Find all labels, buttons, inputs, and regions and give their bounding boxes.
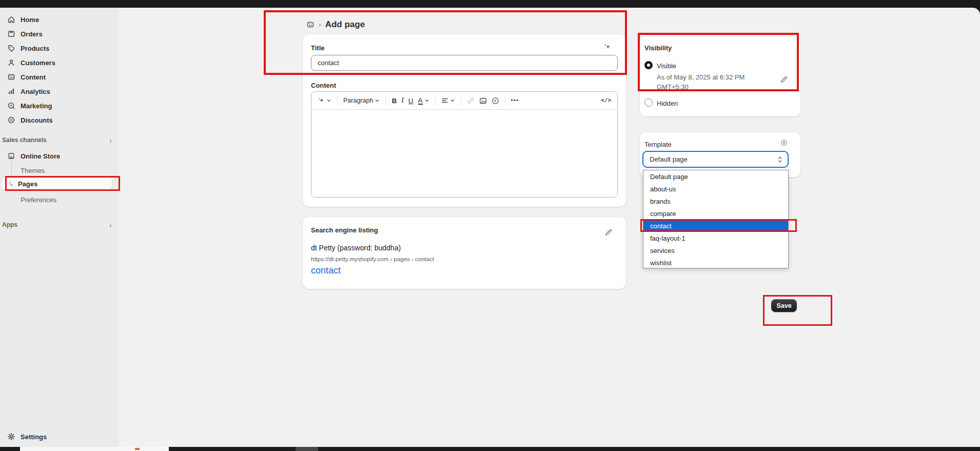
template-option-about-us[interactable]: about-us <box>643 183 788 195</box>
sidebar-item-label: Discounts <box>21 116 53 124</box>
template-option-brands[interactable]: brands <box>643 195 788 207</box>
sidebar-item-discounts[interactable]: Discounts <box>0 113 119 127</box>
gear-icon <box>7 433 15 441</box>
title-field-label: Title <box>311 44 325 52</box>
insert-image-button[interactable] <box>479 97 487 105</box>
template-option-faq-layout-1[interactable]: faq-layout-1 <box>643 232 788 244</box>
products-icon <box>7 44 15 52</box>
sidebar-item-themes[interactable]: Themes <box>0 164 119 177</box>
alignment-button[interactable] <box>441 97 455 104</box>
template-heading: Template <box>644 141 672 148</box>
visibility-card: Visibility Visible As of May 8, 2025 at … <box>640 36 800 116</box>
bold-button[interactable]: B <box>391 97 397 105</box>
sales-channels-label: Sales channels <box>2 136 47 144</box>
sidebar-item-marketing[interactable]: Marketing <box>0 99 119 113</box>
sales-channels-header[interactable]: Sales channels › <box>2 136 112 144</box>
sidebar-item-orders[interactable]: Orders <box>0 27 119 41</box>
more-options-button[interactable]: ••• <box>511 97 519 104</box>
seo-url: https://dt-petty.myshopify.com › pages ›… <box>311 256 434 262</box>
magic-sparkle-icon[interactable] <box>603 43 612 51</box>
sidebar-item-label: Home <box>21 16 39 24</box>
align-left-icon <box>441 97 448 104</box>
template-option-wishlist[interactable]: wishlist <box>643 257 788 269</box>
template-selected-value: Default page <box>650 155 688 163</box>
app-frame: Home Orders Products Customers Content <box>0 8 980 447</box>
insert-video-button[interactable] <box>492 97 499 105</box>
breadcrumb-separator: › <box>319 21 321 29</box>
sidebar-item-preferences[interactable]: Preferences <box>0 193 119 206</box>
settings-label: Settings <box>21 433 47 441</box>
template-option-services[interactable]: services <box>643 244 788 257</box>
toolbar-divider <box>435 95 436 106</box>
sidebar-item-label: Content <box>21 73 46 81</box>
play-circle-icon <box>492 97 499 105</box>
template-option-default-page[interactable]: Default page <box>643 170 788 183</box>
template-option-contact[interactable]: contact <box>643 220 788 232</box>
discounts-icon <box>7 116 15 124</box>
visible-radio[interactable] <box>644 61 653 69</box>
select-updown-icon <box>777 156 782 163</box>
taskbar-orange-mark <box>135 448 140 450</box>
title-content-card: Title Content Paragraph B <box>303 34 626 207</box>
elbow-arrow-icon: ↳ <box>8 180 14 188</box>
view-target-icon[interactable] <box>780 139 788 147</box>
hidden-radio[interactable] <box>644 99 653 107</box>
pages-breadcrumb-icon[interactable] <box>306 21 315 29</box>
sidebar-item-label: Products <box>21 45 49 52</box>
sidebar-item-content[interactable]: Content <box>0 70 119 84</box>
link-button[interactable] <box>467 97 475 105</box>
edit-pencil-icon[interactable] <box>604 228 613 237</box>
visibility-schedule-line1: As of May 8, 2025 at 6:32 PM <box>657 73 744 81</box>
editor-body[interactable] <box>311 110 617 198</box>
edit-pencil-icon[interactable] <box>780 75 788 84</box>
toolbar-divider <box>385 95 386 106</box>
sidebar-item-label: Orders <box>21 30 43 38</box>
home-icon <box>7 15 15 24</box>
sidebar-nav: Home Orders Products Customers Content <box>0 12 119 127</box>
save-button[interactable]: Save <box>771 299 797 312</box>
italic-button[interactable]: I <box>401 96 404 105</box>
sidebar-item-analytics[interactable]: Analytics <box>0 84 119 99</box>
breadcrumb: › Add page <box>306 19 365 30</box>
sidebar-item-products[interactable]: Products <box>0 41 119 55</box>
page-title: Add page <box>325 19 365 30</box>
bottom-taskbar <box>0 447 980 451</box>
paragraph-style-button[interactable]: Paragraph <box>343 97 380 104</box>
image-icon <box>479 97 487 105</box>
visible-label[interactable]: Visible <box>657 62 676 70</box>
storefront-icon <box>7 152 15 160</box>
apps-label: Apps <box>2 221 17 228</box>
template-option-compare[interactable]: compare <box>643 207 788 220</box>
seo-page-link[interactable]: contact <box>311 265 341 276</box>
hidden-label[interactable]: Hidden <box>657 100 678 107</box>
sparkle-icon <box>318 97 325 104</box>
text-color-button[interactable]: A <box>418 97 429 105</box>
seo-card: Search engine listing dt Petty (password… <box>303 217 626 289</box>
chevron-down-icon <box>326 98 331 103</box>
sidebar-item-pages[interactable]: ↳ Pages <box>2 177 112 190</box>
title-input[interactable] <box>311 55 618 71</box>
content-icon <box>7 73 15 81</box>
template-options-dropdown: Default page about-us brands compare con… <box>643 170 789 268</box>
template-select[interactable]: Default page <box>642 151 789 168</box>
sidebar-item-home[interactable]: Home <box>0 12 119 27</box>
underline-button[interactable]: U <box>408 97 414 105</box>
visibility-schedule-line2: GMT+5:30 <box>657 83 689 91</box>
sidebar-item-label: Marketing <box>21 102 52 110</box>
ai-assist-button[interactable] <box>318 97 331 104</box>
seo-store-title: dt Petty (password: buddha) <box>311 244 401 252</box>
sidebar-item-customers[interactable]: Customers <box>0 55 119 70</box>
marketing-icon <box>7 102 15 110</box>
chevron-down-icon <box>424 98 429 103</box>
sidebar-item-label: Customers <box>21 59 55 67</box>
code-view-button[interactable]: </> <box>601 97 611 104</box>
apps-header[interactable]: Apps › <box>2 221 112 229</box>
customers-icon <box>7 58 15 67</box>
taskbar-gray-segment <box>296 447 318 451</box>
toolbar-divider <box>461 95 461 106</box>
toolbar-divider <box>337 95 338 106</box>
toolbar-divider <box>505 95 505 106</box>
orders-icon <box>7 30 15 38</box>
sidebar-item-online-store[interactable]: Online Store <box>0 149 119 163</box>
sidebar-item-settings[interactable]: Settings <box>0 430 119 443</box>
